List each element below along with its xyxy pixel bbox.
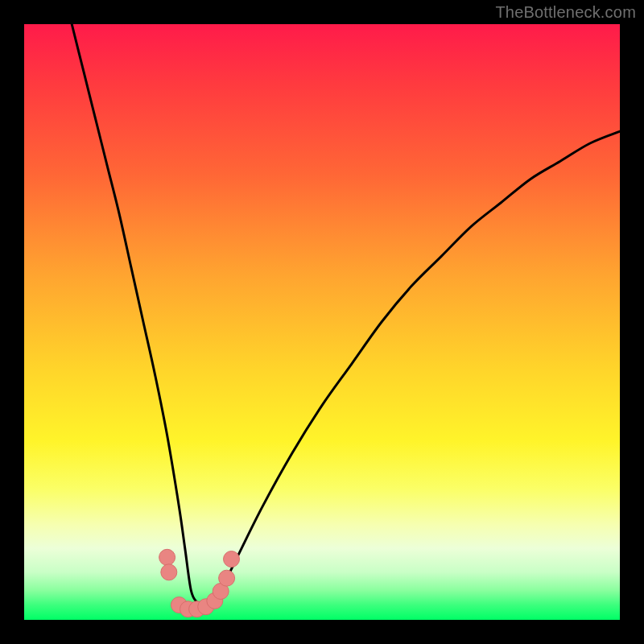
data-marker (159, 549, 175, 565)
marker-layer (24, 24, 620, 620)
data-marker (219, 570, 235, 586)
chart-stage: TheBottleneck.com (0, 0, 644, 644)
marker-group (159, 549, 240, 617)
watermark-text: TheBottleneck.com (495, 3, 636, 22)
data-marker (224, 551, 240, 568)
plot-area (24, 24, 620, 620)
data-marker (161, 564, 177, 580)
